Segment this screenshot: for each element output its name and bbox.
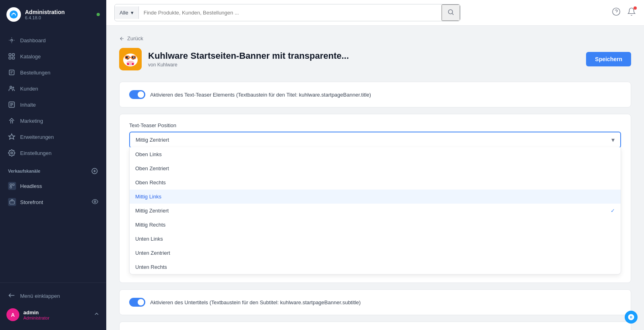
sidebar-item-label-kataloge: Kataloge: [20, 54, 41, 60]
option-oben-zentriert[interactable]: Oben Zentriert: [130, 161, 621, 175]
svg-point-0: [10, 10, 18, 19]
user-info: admin Administrator: [23, 309, 50, 320]
search-filter-dropdown[interactable]: Alle ▾: [115, 6, 139, 19]
svg-point-11: [11, 152, 13, 154]
plugin-icon: [119, 48, 142, 70]
sidebar: Administration 6.4.18.0 Dashboard Katalo…: [0, 0, 106, 330]
dropdown-chevron-icon: ▾: [611, 136, 615, 144]
app-logo: [6, 7, 21, 22]
toggle2-switch[interactable]: [129, 298, 145, 307]
option-mittig-links[interactable]: Mittig Links: [130, 190, 621, 204]
sidebar-item-label-marketing: Marketing: [20, 118, 43, 124]
option-unten-links[interactable]: Unten Links: [130, 232, 621, 246]
sidebar-item-storefront[interactable]: Storefront: [0, 194, 106, 210]
main-navigation: Dashboard Kataloge Bestellungen Kunden I…: [0, 29, 106, 283]
chevron-down-icon: ▾: [131, 10, 134, 16]
svg-point-29: [133, 57, 134, 58]
page-title-group: Kuhlware Startseiten-Banner mit transpar…: [148, 51, 580, 68]
user-name: admin: [23, 309, 50, 316]
back-label: Zurück: [127, 35, 143, 41]
save-button[interactable]: Speichern: [586, 52, 631, 66]
sidebar-item-label-bestellungen: Bestellungen: [20, 70, 50, 76]
sidebar-item-label-inhalte: Inhalte: [20, 102, 36, 108]
settings-icon: [8, 149, 15, 157]
svg-point-1: [13, 12, 14, 14]
sidebar-item-inhalte[interactable]: Inhalte: [0, 97, 106, 113]
toggle1-label: Aktivieren des Text-Teaser Elements (Tex…: [150, 92, 371, 98]
svg-rect-6: [12, 57, 14, 59]
page-subtitle: von Kuhlware: [148, 62, 580, 68]
content-icon: [8, 101, 15, 108]
storefront-channel-icon: [8, 198, 16, 206]
search-button[interactable]: [442, 4, 460, 21]
help-icon[interactable]: [612, 7, 621, 18]
app-title: Administration: [25, 9, 65, 15]
sidebar-item-dashboard[interactable]: Dashboard: [0, 32, 106, 48]
toggle1-card: Aktivieren des Text-Teaser Elements (Tex…: [119, 82, 631, 107]
sidebar-item-label-einstellungen: Einstellungen: [20, 150, 52, 156]
page-header: Kuhlware Startseiten-Banner mit transpar…: [119, 48, 631, 70]
sidebar-item-bestellungen[interactable]: Bestellungen: [0, 64, 106, 80]
user-profile[interactable]: A admin Administrator: [0, 304, 106, 325]
svg-point-17: [94, 201, 96, 202]
svg-point-24: [127, 63, 129, 65]
sidebar-item-label-kunden: Kunden: [20, 86, 38, 92]
search-bar: Alle ▾: [114, 4, 460, 21]
catalog-icon: [8, 53, 15, 60]
option-oben-rechts[interactable]: Oben Rechts: [130, 175, 621, 190]
extensions-icon: [8, 133, 15, 140]
sales-channels-section: Verkaufskanäle: [0, 161, 106, 178]
svg-point-2: [11, 39, 13, 41]
svg-rect-4: [12, 54, 14, 56]
notification-badge: [634, 6, 637, 10]
svg-rect-14: [12, 184, 14, 186]
customers-icon: [8, 85, 15, 92]
option-unten-zentriert[interactable]: Unten Zentriert: [130, 246, 621, 260]
position-dropdown-menu: Oben Links Oben Zentriert Oben Rechts Mi…: [129, 147, 621, 274]
sidebar-item-headless[interactable]: Headless: [0, 178, 106, 194]
shopware-logo-corner: [625, 311, 638, 324]
chevron-up-icon: [93, 311, 100, 319]
sales-channels-label: Verkaufskanäle: [8, 169, 40, 173]
collapse-menu-button[interactable]: Menü einklappen: [0, 288, 106, 304]
sidebar-item-kunden[interactable]: Kunden: [0, 80, 106, 97]
option-mittig-zentriert[interactable]: Mittig Zentriert ✓: [130, 204, 621, 218]
position-field-label: Text-Teaser Position: [129, 122, 621, 128]
position-selected-value: Mittig Zentriert: [136, 137, 169, 143]
back-button[interactable]: Zurück: [119, 35, 631, 41]
position-dropdown[interactable]: Mittig Zentriert ▾: [129, 132, 621, 148]
orders-icon: [8, 69, 15, 76]
search-input[interactable]: [139, 6, 442, 19]
selected-check-icon: ✓: [611, 208, 615, 214]
toggle2-label: Aktivieren des Untertitels (Textbaustein…: [150, 299, 361, 305]
user-role: Administrator: [23, 316, 50, 320]
svg-point-25: [132, 63, 134, 65]
app-title-group: Administration 6.4.18.0: [25, 9, 65, 20]
svg-point-9: [12, 87, 14, 88]
sidebar-item-marketing[interactable]: Marketing: [0, 113, 106, 129]
add-sales-channel-icon[interactable]: [91, 167, 98, 175]
sidebar-item-erweiterungen[interactable]: Erweiterungen: [0, 129, 106, 145]
position-card: Text-Teaser Position Mittig Zentriert ▾ …: [119, 114, 631, 283]
collapse-icon: [8, 292, 15, 300]
svg-rect-16: [10, 201, 14, 204]
sidebar-header: Administration 6.4.18.0: [0, 0, 106, 29]
toggle1-row: Aktivieren des Text-Teaser Elements (Tex…: [129, 90, 621, 99]
option-mittig-rechts[interactable]: Mittig Rechts: [130, 218, 621, 232]
toggle3-card: Aktivieren des Button Links (Textbaustei…: [119, 322, 631, 330]
sidebar-item-kataloge[interactable]: Kataloge: [0, 48, 106, 64]
svg-point-28: [128, 57, 129, 58]
notifications-icon[interactable]: [627, 7, 636, 18]
option-oben-links[interactable]: Oben Links: [130, 147, 621, 161]
dashboard-icon: [8, 37, 15, 44]
svg-point-19: [613, 8, 620, 15]
topbar-actions: [612, 7, 636, 18]
sidebar-item-einstellungen[interactable]: Einstellungen: [0, 145, 106, 161]
svg-rect-3: [9, 54, 11, 56]
main-content-area: Alle ▾ Zurück: [106, 0, 644, 330]
eye-icon[interactable]: [92, 198, 98, 206]
headless-channel-icon: [8, 182, 16, 190]
option-unten-rechts[interactable]: Unten Rechts: [130, 260, 621, 274]
svg-point-18: [448, 10, 453, 14]
toggle1-switch[interactable]: [129, 90, 145, 99]
